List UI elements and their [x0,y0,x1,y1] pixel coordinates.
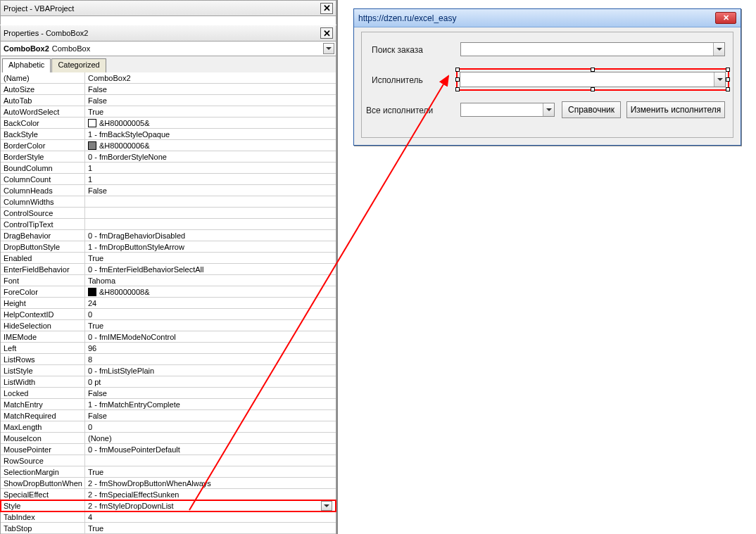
property-value[interactable]: 2 - fmShowDropButtonWhenAlways [85,478,336,488]
property-value[interactable] [85,455,336,466]
property-value[interactable]: True [85,523,336,533]
property-value[interactable]: 2 - fmStyleDropDownList [85,500,336,511]
property-row[interactable]: ColumnHeadsFalse [1,185,336,196]
property-row[interactable]: ColumnWidths [1,196,336,208]
property-value[interactable]: False [85,95,336,106]
resize-handle[interactable] [726,68,730,72]
property-row[interactable]: ColumnCount1 [1,174,336,185]
property-row[interactable]: ShowDropButtonWhen2 - fmShowDropButtonWh… [1,478,336,489]
property-value[interactable]: 2 - fmSpecialEffectSunken [85,489,336,500]
property-row[interactable]: IMEMode0 - fmIMEModeNoControl [1,331,336,343]
property-value[interactable]: (None) [85,433,336,443]
property-row[interactable]: ControlSource [1,208,336,219]
resize-handle[interactable] [726,87,730,91]
property-row[interactable]: MousePointer0 - fmMousePointerDefault [1,444,336,455]
chevron-down-icon[interactable] [714,72,725,87]
chevron-down-icon[interactable] [713,43,724,56]
project-pane-close[interactable]: ✕ [320,3,333,14]
property-value[interactable] [85,196,336,207]
property-row[interactable]: SelectionMarginTrue [1,466,336,478]
property-value[interactable]: &H80000005& [85,117,336,128]
property-row[interactable]: ListWidth0 pt [1,376,336,388]
property-row[interactable]: Height24 [1,298,336,309]
property-row[interactable]: BorderColor&H80000006& [1,140,336,151]
property-row[interactable]: AutoSizeFalse [1,84,336,95]
userform[interactable]: https://dzen.ru/excel_easy ✕ Поиск заказ… [353,8,741,146]
property-row[interactable]: Left96 [1,343,336,354]
resize-handle[interactable] [591,87,595,91]
property-value[interactable]: 1 [85,163,336,173]
property-value[interactable]: 1 [85,174,336,184]
chevron-down-icon[interactable] [321,501,332,511]
property-value[interactable]: True [85,466,336,477]
property-row[interactable]: EnabledTrue [1,253,336,264]
property-value[interactable]: 0 pt [85,376,336,387]
property-value[interactable]: 8 [85,354,336,364]
property-value[interactable]: True [85,320,336,331]
property-row[interactable]: MouseIcon(None) [1,433,336,444]
property-row[interactable]: BorderStyle0 - fmBorderStyleNone [1,151,336,163]
property-row[interactable]: TabStopTrue [1,523,336,534]
resize-handle[interactable] [455,87,460,91]
chevron-down-icon[interactable] [543,103,554,116]
property-value[interactable]: 24 [85,298,336,308]
property-value[interactable]: 1 - fmDropButtonStyleArrow [85,241,336,252]
property-value[interactable]: 0 - fmEnterFieldBehaviorSelectAll [85,264,336,274]
property-value[interactable]: ComboBox2 [85,72,336,83]
property-value[interactable]: 1 - fmBackStyleOpaque [85,129,336,139]
property-value[interactable]: 0 - fmListStylePlain [85,365,336,376]
property-row[interactable]: HideSelectionTrue [1,320,336,331]
tab-alphabetic[interactable]: Alphabetic [2,58,51,72]
object-selector[interactable]: ComboBox2 ComboBox [0,42,336,56]
resize-handle[interactable] [726,77,730,82]
property-value[interactable]: &H80000006& [85,140,336,151]
property-row[interactable]: ListStyle0 - fmListStylePlain [1,365,336,376]
property-row[interactable]: AutoWordSelectTrue [1,106,336,117]
property-value[interactable]: 0 [85,421,336,432]
property-row[interactable]: BoundColumn1 [1,163,336,174]
tab-categorized[interactable]: Categorized [51,58,106,72]
property-row[interactable]: FontTahoma [1,275,336,286]
combobox-all-performers[interactable] [460,103,555,117]
property-row[interactable]: RowSource [1,455,336,466]
property-value[interactable]: &H80000008& [85,286,336,297]
properties-pane-close[interactable]: ✕ [320,27,333,39]
userform-titlebar[interactable]: https://dzen.ru/excel_easy ✕ [354,9,741,27]
property-row[interactable]: TabIndex4 [1,511,336,523]
combobox2-selected[interactable] [456,68,729,91]
property-row[interactable]: MatchEntry1 - fmMatchEntryComplete [1,399,336,410]
property-row[interactable]: SpecialEffect2 - fmSpecialEffectSunken [1,489,336,500]
combobox-search-order[interactable] [460,42,725,56]
button-reference[interactable]: Справочник [562,101,621,118]
property-row[interactable]: MaxLength0 [1,421,336,433]
property-value[interactable]: 0 - fmMousePointerDefault [85,444,336,454]
property-value[interactable]: Tahoma [85,275,336,286]
property-value[interactable] [85,208,336,218]
property-row[interactable]: (Name)ComboBox2 [1,72,336,84]
property-value[interactable]: 0 - fmDragBehaviorDisabled [85,230,336,241]
property-value[interactable]: True [85,253,336,263]
close-icon[interactable]: ✕ [715,12,736,24]
property-row[interactable]: BackColor&H80000005& [1,117,336,129]
property-row[interactable]: DropButtonStyle1 - fmDropButtonStyleArro… [1,241,336,253]
chevron-down-icon[interactable] [323,43,334,54]
property-value[interactable]: False [85,388,336,398]
property-value[interactable]: True [85,106,336,117]
property-row[interactable]: BackStyle1 - fmBackStyleOpaque [1,129,336,140]
property-row[interactable]: DragBehavior0 - fmDragBehaviorDisabled [1,230,336,241]
property-row[interactable]: AutoTabFalse [1,95,336,106]
property-row[interactable]: HelpContextID0 [1,309,336,320]
property-value[interactable]: 1 - fmMatchEntryComplete [85,399,336,409]
property-row[interactable]: LockedFalse [1,388,336,399]
property-value[interactable]: 96 [85,343,336,353]
property-value[interactable]: False [85,185,336,196]
property-value[interactable]: 0 [85,309,336,319]
property-row[interactable]: MatchRequiredFalse [1,410,336,421]
property-row[interactable]: Style2 - fmStyleDropDownList [1,500,336,511]
property-row[interactable]: ControlTipText [1,219,336,230]
button-change-performer[interactable]: Изменить исполнителя [626,101,725,118]
property-value[interactable] [85,219,336,229]
property-value[interactable]: 4 [85,511,336,522]
combobox2-inner[interactable] [460,72,726,87]
property-value[interactable]: False [85,84,336,94]
